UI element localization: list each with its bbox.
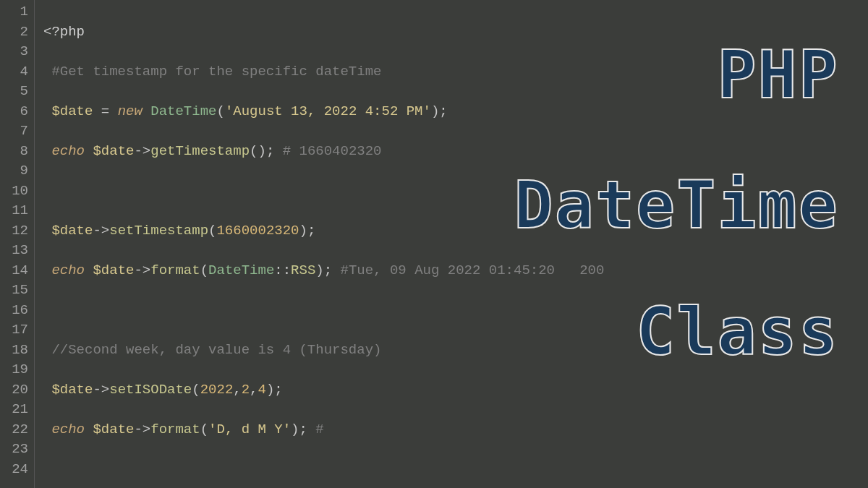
keyword: echo [51, 262, 93, 278]
variable: $date [93, 262, 134, 278]
string-literal: 'D, d M Y' [208, 421, 291, 437]
code-line: $date->setISODate(2022,2,4); [43, 380, 736, 401]
line-number: 13 [0, 241, 28, 261]
line-number: 10 [0, 181, 28, 202]
line-gutter: 1 2 3 4 5 6 7 8 9 10 11 12 13 14 15 16 1… [0, 0, 35, 488]
number-literal: 2 [242, 382, 250, 398]
punct: ( [200, 421, 208, 437]
class-name: DateTime [150, 103, 216, 119]
code-line: echo $date->format('D, d M Y'); # [43, 420, 736, 440]
operator: -> [93, 382, 109, 398]
line-number: 9 [0, 161, 28, 181]
line-number: 21 [0, 400, 28, 420]
keyword: echo [51, 421, 93, 437]
variable: $date [93, 421, 134, 437]
variable: $date [51, 223, 93, 239]
title-overlay-datetime: DateTime [514, 195, 839, 215]
line-number: 6 [0, 102, 28, 122]
line-number: 14 [0, 261, 28, 281]
code-line: <?php [43, 22, 736, 43]
operator: -> [134, 421, 150, 437]
title-overlay-class: Class [636, 322, 839, 342]
code-line: $date = new DateTime('August 13, 2022 4:… [43, 102, 736, 122]
code-line [43, 301, 736, 321]
variable: $date [93, 143, 134, 159]
line-number: 18 [0, 341, 28, 361]
line-number: 11 [0, 201, 28, 221]
method-name: setISODate [109, 382, 192, 398]
method-name: getTimestamp [150, 143, 250, 159]
class-name: DateTime [208, 262, 274, 278]
punct: , [233, 382, 241, 398]
method-name: format [150, 262, 200, 278]
punct: ( [216, 103, 224, 119]
variable: $date [51, 382, 93, 398]
line-number: 4 [0, 62, 28, 82]
line-number: 3 [0, 42, 28, 62]
number-literal: 2022 [200, 382, 234, 398]
punct: (); [250, 143, 283, 159]
code-line [43, 460, 736, 480]
punct: ); [431, 103, 448, 119]
operator: -> [134, 262, 150, 278]
title-overlay-php: PHP [717, 65, 839, 85]
comment-text: #Tue, 09 Aug 2022 01:45:20 200 [341, 262, 605, 278]
line-number: 1 [0, 2, 28, 22]
number-literal: 4 [258, 382, 266, 398]
punct: ( [208, 223, 216, 239]
punct: ( [200, 262, 208, 278]
string-literal: 'August 13, 2022 4:52 PM' [225, 103, 431, 119]
variable: $date [51, 103, 93, 119]
punct: ); [266, 382, 283, 398]
comment-text: # 1660402320 [283, 143, 382, 159]
line-number: 12 [0, 221, 28, 241]
constant: RSS [291, 262, 315, 278]
line-number: 15 [0, 281, 28, 301]
operator: = [93, 103, 117, 119]
punct: ); [291, 421, 315, 437]
punct: ( [192, 382, 200, 398]
line-number: 20 [0, 380, 28, 401]
operator: -> [134, 143, 150, 159]
method-name: setTimestamp [109, 223, 208, 239]
line-number: 8 [0, 142, 28, 162]
operator: -> [93, 223, 109, 239]
comment-text: #Get timestamp for the specific dateTime [51, 64, 381, 80]
comment-text: //Second week, day value is 4 (Thursday) [51, 342, 381, 358]
comment-text: # [315, 421, 323, 437]
punct: , [250, 382, 258, 398]
line-number: 5 [0, 82, 28, 102]
code-line: echo $date->format(DateTime::RSS); #Tue,… [43, 261, 736, 281]
line-number: 16 [0, 301, 28, 321]
punct: ); [315, 262, 340, 278]
line-number: 19 [0, 360, 28, 380]
code-area[interactable]: <?php #Get timestamp for the specific da… [35, 0, 736, 488]
keyword: echo [51, 143, 93, 159]
code-line: #Get timestamp for the specific dateTime [43, 62, 736, 82]
operator: :: [274, 262, 291, 278]
method-name: format [150, 421, 200, 437]
line-number: 23 [0, 440, 28, 460]
line-number: 7 [0, 121, 28, 142]
punct: ); [299, 223, 316, 239]
number-literal: 1660002320 [216, 223, 299, 239]
line-number: 17 [0, 320, 28, 341]
line-number: 2 [0, 22, 28, 43]
php-open-tag: <?php [43, 24, 85, 40]
line-number: 22 [0, 420, 28, 440]
line-number: 24 [0, 460, 28, 480]
code-line: echo $date->getTimestamp(); # 1660402320 [43, 142, 736, 162]
keyword: new [118, 103, 151, 119]
code-line: //Second week, day value is 4 (Thursday) [43, 341, 736, 361]
